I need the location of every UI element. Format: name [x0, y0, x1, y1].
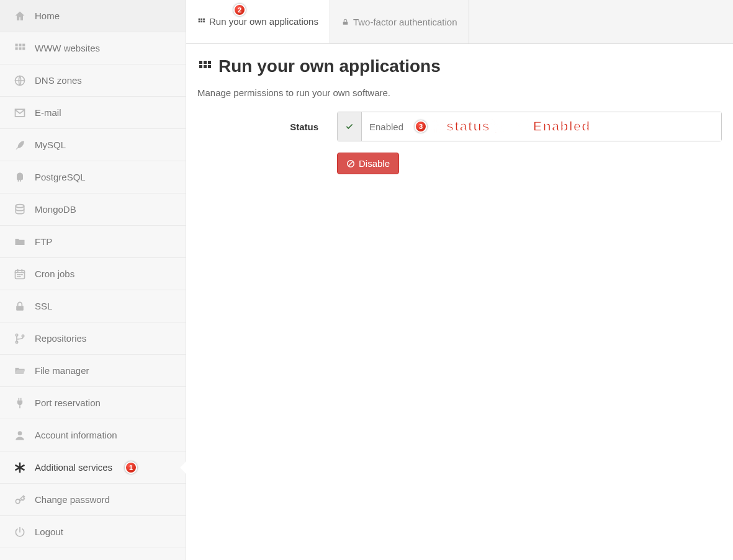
- lock-icon: [12, 300, 27, 313]
- svg-rect-18: [199, 20, 200, 22]
- status-value: Enabled 3 将status设置位Enabled: [362, 112, 722, 141]
- sidebar-item-label: Change password: [35, 494, 110, 505]
- sidebar-item-label: File manager: [35, 365, 89, 376]
- status-input-group: Enabled 3 将status设置位Enabled: [337, 112, 722, 141]
- status-field: Enabled 3 将status设置位Enabled: [337, 112, 722, 141]
- sidebar-item-repositories[interactable]: Repositories: [0, 322, 186, 355]
- sidebar-item-label: Additional services: [35, 462, 112, 473]
- svg-rect-15: [199, 19, 200, 20]
- svg-point-13: [18, 431, 22, 435]
- sidebar-item-label: Port reservation: [35, 398, 101, 408]
- tabs-bar: Run your own applications2Two-factor aut…: [186, 0, 733, 44]
- folder-open-icon: [12, 365, 27, 377]
- elephant-icon: [12, 171, 27, 184]
- annotation-text-3: 将status设置位Enabled: [432, 117, 590, 136]
- annotation-badge-2: 2: [233, 4, 246, 16]
- sidebar-item-label: SSL: [35, 301, 52, 311]
- sidebar-item-ssl[interactable]: SSL: [0, 290, 186, 322]
- sidebar-item-label: FTP: [35, 236, 52, 247]
- svg-rect-21: [343, 21, 348, 24]
- svg-point-14: [16, 499, 20, 504]
- key-icon: [12, 494, 27, 506]
- svg-rect-20: [203, 20, 205, 22]
- user-icon: [12, 429, 27, 442]
- branch-icon: [12, 332, 27, 345]
- home-icon: [12, 10, 27, 22]
- svg-rect-27: [208, 65, 211, 68]
- sidebar-item-home[interactable]: Home: [0, 0, 186, 32]
- tab-run-your-own-applications[interactable]: Run your own applications2: [186, 0, 330, 43]
- status-row: Status Enabled 3 将status设置位Enabled: [197, 112, 722, 141]
- asterisk-icon: [12, 461, 27, 474]
- main-panel: Run your own applications2Two-factor aut…: [186, 0, 733, 560]
- svg-rect-17: [203, 19, 205, 20]
- sidebar-item-label: PostgreSQL: [35, 172, 86, 182]
- sidebar-item-dns-zones[interactable]: DNS zones: [0, 64, 186, 97]
- sidebar-item-logout[interactable]: Logout: [0, 516, 186, 548]
- disable-button[interactable]: Disable: [337, 153, 399, 174]
- button-row: Disable: [197, 153, 722, 174]
- svg-rect-0: [16, 43, 18, 46]
- grid-icon: [197, 59, 212, 74]
- sidebar-item-account-information[interactable]: Account information: [0, 419, 186, 451]
- svg-rect-9: [16, 306, 24, 311]
- svg-rect-23: [204, 61, 207, 64]
- svg-rect-5: [22, 47, 25, 50]
- sidebar-item-mongodb[interactable]: MongoDB: [0, 193, 186, 226]
- svg-rect-25: [199, 65, 202, 68]
- grid-icon: [197, 17, 205, 25]
- sidebar-item-label: Repositories: [35, 333, 86, 344]
- svg-rect-3: [16, 47, 18, 50]
- sidebar-item-change-password[interactable]: Change password: [0, 484, 186, 516]
- annotation-badge-1: 1: [125, 461, 137, 474]
- sidebar-item-www-websites[interactable]: WWW websites: [0, 32, 186, 64]
- svg-point-7: [16, 204, 24, 207]
- sidebar-item-additional-services[interactable]: Additional services1: [0, 451, 186, 484]
- lock-icon: [341, 18, 349, 26]
- database-icon: [12, 203, 27, 216]
- svg-rect-2: [22, 43, 25, 46]
- page-heading: Run your own applications: [197, 56, 722, 76]
- svg-rect-26: [204, 65, 207, 68]
- feather-icon: [12, 139, 27, 151]
- check-icon: [337, 112, 362, 141]
- svg-rect-4: [19, 47, 21, 50]
- disable-icon: [346, 159, 355, 168]
- sidebar-item-label: Logout: [35, 527, 63, 537]
- sidebar-item-ftp[interactable]: FTP: [0, 226, 186, 258]
- plug-icon: [12, 397, 27, 409]
- sidebar: HomeWWW websitesDNS zonesE-mailMySQLPost…: [0, 0, 186, 560]
- sidebar-item-label: Account information: [35, 430, 117, 440]
- disable-button-label: Disable: [359, 158, 390, 169]
- tab-two-factor-authentication[interactable]: Two-factor authentication: [330, 0, 469, 43]
- svg-rect-24: [208, 61, 211, 64]
- sidebar-item-label: Home: [35, 11, 60, 21]
- status-label: Status: [197, 122, 337, 132]
- svg-rect-1: [19, 43, 21, 46]
- calendar-icon: [12, 268, 27, 280]
- sidebar-item-label: E-mail: [35, 107, 61, 118]
- page-title: Run your own applications: [218, 56, 441, 76]
- sidebar-item-label: Cron jobs: [35, 269, 74, 279]
- sidebar-item-e-mail[interactable]: E-mail: [0, 97, 186, 129]
- sidebar-item-port-reservation[interactable]: Port reservation: [0, 387, 186, 419]
- annotation-badge-3: 3: [415, 120, 427, 133]
- folder-icon: [12, 236, 27, 248]
- sidebar-item-postgresql[interactable]: PostgreSQL: [0, 161, 186, 193]
- svg-rect-22: [199, 61, 202, 64]
- sidebar-item-mysql[interactable]: MySQL: [0, 129, 186, 161]
- sidebar-item-label: MongoDB: [35, 204, 76, 215]
- globe-icon: [12, 74, 27, 87]
- svg-rect-19: [200, 20, 202, 22]
- sidebar-item-file-manager[interactable]: File manager: [0, 355, 186, 387]
- sidebar-item-cron-jobs[interactable]: Cron jobs: [0, 258, 186, 290]
- tab-label: Two-factor authentication: [353, 17, 457, 27]
- power-icon: [12, 526, 27, 538]
- svg-rect-16: [200, 19, 202, 20]
- mail-icon: [12, 107, 27, 119]
- sidebar-item-label: MySQL: [35, 140, 66, 150]
- sidebar-item-label: DNS zones: [35, 75, 82, 86]
- svg-line-29: [349, 161, 353, 166]
- sidebar-item-label: WWW websites: [35, 43, 100, 53]
- grid-icon: [12, 42, 27, 55]
